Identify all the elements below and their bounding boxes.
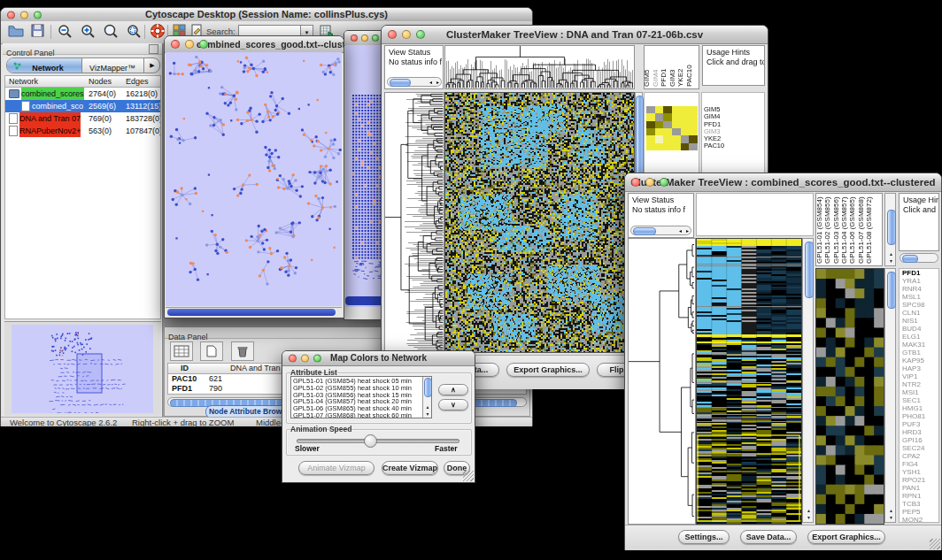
- scroll-right-icon[interactable]: ▸: [686, 227, 689, 234]
- heatmap-vscrollbar[interactable]: ▴ ▾: [802, 238, 814, 523]
- matrix-cell[interactable]: [672, 143, 681, 150]
- network-list-row[interactable]: combined_sco2569(6)13112(15): [5, 100, 160, 112]
- scrollbar-thumb[interactable]: [390, 79, 411, 87]
- col-edges[interactable]: Edges: [126, 76, 149, 87]
- matrix-cell[interactable]: [663, 143, 672, 150]
- close-button[interactable]: [351, 35, 358, 42]
- animate-vizmap-button[interactable]: Animate Vizmap: [298, 461, 374, 475]
- scroll-down-icon[interactable]: ▾: [803, 515, 815, 521]
- matrix-cell[interactable]: [689, 113, 698, 120]
- save-icon[interactable]: [31, 24, 50, 40]
- scrollbar-thumb[interactable]: [887, 210, 896, 245]
- zoom-fit-icon[interactable]: [127, 24, 146, 40]
- view-status-hscrollbar[interactable]: ◂ ▸: [630, 226, 691, 235]
- scroll-left-icon[interactable]: ◂: [429, 79, 432, 85]
- matrix-cell[interactable]: [646, 113, 655, 120]
- matrix-cell[interactable]: [672, 121, 681, 128]
- scroll-left-icon[interactable]: ◂: [679, 227, 682, 234]
- minimize-button[interactable]: [185, 40, 194, 49]
- map-colors-dialog[interactable]: Map Colors to Network Attribute List GPL…: [282, 350, 475, 483]
- title-bar[interactable]: Cytoscape Desktop (Session Name: collins…: [1, 8, 532, 22]
- row-dendrogram-canvas[interactable]: [384, 92, 444, 353]
- minimize-button[interactable]: [361, 35, 368, 42]
- matrix-cell[interactable]: [681, 121, 690, 128]
- matrix-cell[interactable]: [681, 135, 690, 142]
- close-button[interactable]: [7, 11, 15, 19]
- matrix-cell[interactable]: [663, 113, 672, 120]
- matrix-cell[interactable]: [663, 121, 672, 128]
- matrix-cell[interactable]: [646, 135, 655, 142]
- matrix-cell[interactable]: [655, 143, 664, 150]
- zoom-selected-icon[interactable]: [104, 24, 123, 40]
- matrix-cell[interactable]: [689, 128, 698, 135]
- scroll-up-icon[interactable]: ▴: [885, 251, 897, 257]
- scrollbar-thumb[interactable]: [633, 227, 656, 235]
- hscrollbar-thumb[interactable]: [345, 296, 384, 305]
- attribute-item[interactable]: GPL51-07 (GSM868) heat shock 60 min: [293, 412, 429, 418]
- zoom-button[interactable]: [313, 355, 321, 363]
- move-down-button[interactable]: ∨: [438, 399, 468, 410]
- matrix-cell[interactable]: [655, 135, 664, 142]
- zoom-button[interactable]: [372, 35, 379, 42]
- scrollbar-thumb[interactable]: [424, 378, 432, 397]
- minimize-button[interactable]: [645, 178, 654, 187]
- matrix-cell[interactable]: [663, 128, 672, 135]
- minimize-button[interactable]: [20, 11, 28, 19]
- matrix-cell[interactable]: [672, 128, 681, 135]
- matrix-cell[interactable]: [646, 128, 655, 135]
- resize-grip[interactable]: [930, 539, 940, 549]
- tab-network[interactable]: Network: [7, 58, 82, 73]
- attr-col-id[interactable]: ID: [181, 364, 189, 373]
- matrix-cell[interactable]: [646, 121, 655, 128]
- matrix-cell[interactable]: [646, 143, 655, 150]
- column-dendrogram-area[interactable]: [696, 193, 814, 236]
- close-button[interactable]: [631, 178, 640, 187]
- column-dendrogram-canvas[interactable]: [444, 45, 635, 89]
- zoom-button[interactable]: [34, 11, 42, 19]
- matrix-cell[interactable]: [672, 106, 681, 113]
- network-view-window[interactable]: combined_scores_good.txt--cluste...: [164, 35, 344, 318]
- animation-speed-slider[interactable]: [297, 439, 459, 443]
- matrix-cell[interactable]: [689, 121, 698, 128]
- minimize-button[interactable]: [402, 30, 411, 39]
- treeview-window-combined[interactable]: ClusterMaker TreeView : combined_scores_…: [624, 173, 942, 550]
- new-document-icon[interactable]: [200, 341, 223, 361]
- matrix-cell[interactable]: [663, 106, 672, 113]
- matrix-cell[interactable]: [681, 113, 690, 120]
- tab-overflow-button[interactable]: ▶: [143, 58, 160, 73]
- scroll-up-icon[interactable]: ▴: [803, 508, 815, 514]
- trash-icon[interactable]: [231, 341, 254, 361]
- tab-vizmapper[interactable]: VizMapper™: [81, 58, 143, 73]
- hscrollbar[interactable]: [166, 307, 342, 317]
- close-button[interactable]: [171, 40, 180, 49]
- view-status-hscrollbar[interactable]: ◂ ▸: [387, 77, 442, 87]
- zoom-button[interactable]: [660, 178, 668, 187]
- scrollbar-thumb[interactable]: [167, 309, 336, 316]
- column-labels-vscrollbar[interactable]: ▴ ▾: [884, 193, 896, 266]
- scrollbar-thumb[interactable]: [887, 272, 896, 309]
- matrix-cell[interactable]: [689, 135, 698, 142]
- slider-thumb[interactable]: [364, 434, 377, 448]
- export-graphics-button[interactable]: Export Graphics...: [506, 363, 590, 377]
- export-graphics-button[interactable]: Export Graphics...: [807, 530, 885, 544]
- zoom-out-icon[interactable]: [58, 24, 77, 40]
- matrix-cell[interactable]: [681, 128, 690, 135]
- col-nodes[interactable]: Nodes: [89, 76, 112, 87]
- similarity-matrix[interactable]: [646, 106, 698, 150]
- scrollbar-thumb[interactable]: [902, 255, 918, 263]
- grid-network-canvas[interactable]: [345, 45, 384, 307]
- zoom-button[interactable]: [199, 40, 208, 49]
- minimize-button[interactable]: [301, 355, 309, 363]
- scrollbar-thumb[interactable]: [805, 242, 814, 298]
- scroll-up-icon[interactable]: ▴: [885, 508, 897, 514]
- matrix-cell[interactable]: [672, 113, 681, 120]
- usage-hints-hscrollbar[interactable]: [900, 253, 938, 263]
- create-vizmap-button[interactable]: Create Vizmap: [382, 461, 438, 475]
- matrix-cell[interactable]: [655, 121, 664, 128]
- zoom-in-icon[interactable]: [81, 24, 100, 40]
- attribute-list[interactable]: GPL51-01 (GSM854) heat shock 05 minGPL51…: [290, 376, 432, 418]
- float-panel-icon[interactable]: [149, 44, 158, 54]
- resize-grip[interactable]: [463, 471, 474, 481]
- scroll-down-icon[interactable]: ▾: [885, 515, 897, 521]
- attribute-list-vscrollbar[interactable]: ▴ ▾: [422, 377, 431, 418]
